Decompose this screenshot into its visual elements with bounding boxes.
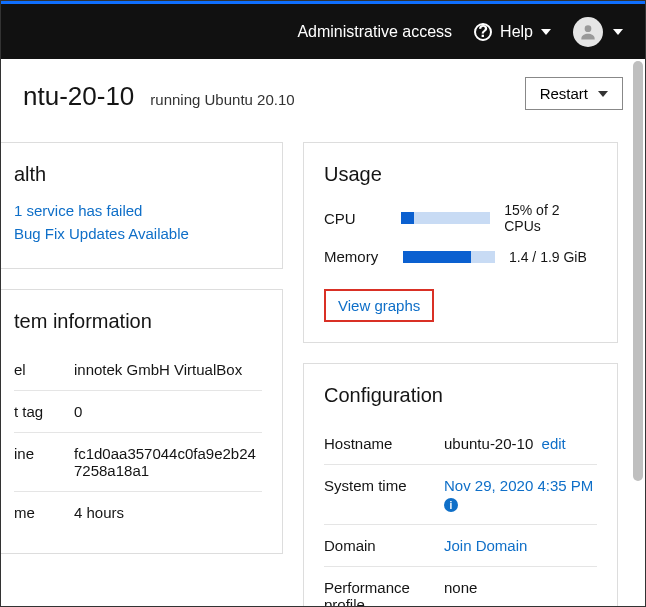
- info-icon[interactable]: i: [444, 498, 458, 512]
- table-row: ine fc1d0aa357044c0fa9e2b247258a18a1: [14, 432, 262, 491]
- view-graphs-link[interactable]: View graphs: [338, 297, 420, 314]
- sysinfo-key: t tag: [14, 403, 64, 420]
- top-header: Administrative access ? Help: [1, 4, 645, 59]
- avatar-icon: [573, 17, 603, 47]
- restart-button[interactable]: Restart: [525, 77, 623, 110]
- sysinfo-val: 4 hours: [74, 504, 124, 521]
- chevron-down-icon: [541, 29, 551, 35]
- config-systime-label: System time: [324, 477, 434, 512]
- usage-mem-row: Memory 1.4 / 1.9 GiB: [324, 248, 597, 265]
- health-updates-link[interactable]: Bug Fix Updates Available: [14, 225, 262, 242]
- help-menu[interactable]: ? Help: [474, 23, 551, 41]
- scrollbar-thumb[interactable]: [633, 61, 643, 481]
- config-hostname-val: ubuntu-20-10 edit: [444, 435, 566, 452]
- config-perf-val: none: [444, 579, 477, 607]
- system-info-card: tem information el innotek GmbH VirtualB…: [0, 289, 283, 554]
- restart-label: Restart: [540, 85, 588, 102]
- usage-card: Usage CPU 15% of 2 CPUs Memory 1.4 / 1.9…: [303, 142, 618, 343]
- config-systime-link[interactable]: Nov 29, 2020 4:35 PM: [444, 477, 593, 494]
- usage-mem-value: 1.4 / 1.9 GiB: [509, 249, 587, 265]
- page-body: ntu-20-10 running Ubuntu 20.10 Restart a…: [1, 59, 645, 607]
- system-info-heading: tem information: [14, 310, 262, 333]
- health-service-failed-link[interactable]: 1 service has failed: [14, 202, 262, 219]
- sysinfo-val: innotek GmbH VirtualBox: [74, 361, 242, 378]
- sysinfo-key: me: [14, 504, 64, 521]
- help-icon: ?: [474, 23, 492, 41]
- help-label: Help: [500, 23, 533, 41]
- config-hostname-label: Hostname: [324, 435, 434, 452]
- usage-mem-bar: [403, 251, 495, 263]
- sysinfo-val: 0: [74, 403, 82, 420]
- health-card: alth 1 service has failed Bug Fix Update…: [0, 142, 283, 269]
- sysinfo-key: el: [14, 361, 64, 378]
- config-domain-label: Domain: [324, 537, 434, 554]
- configuration-card: Configuration Hostname ubuntu-20-10 edit…: [303, 363, 618, 607]
- config-perf-label: Performance profile: [324, 579, 434, 607]
- table-row: Performance profile none: [324, 566, 597, 607]
- page-subtitle: running Ubuntu 20.10: [150, 91, 294, 108]
- usage-cpu-bar: [401, 212, 490, 224]
- admin-access-link[interactable]: Administrative access: [297, 23, 452, 41]
- usage-cpu-value: 15% of 2 CPUs: [504, 202, 597, 234]
- hostname-edit-link[interactable]: edit: [542, 435, 566, 452]
- scrollbar[interactable]: [633, 61, 643, 601]
- config-domain-link[interactable]: Join Domain: [444, 537, 527, 554]
- view-graphs-highlight: View graphs: [324, 289, 434, 322]
- table-row: me 4 hours: [14, 491, 262, 533]
- sysinfo-key: ine: [14, 445, 64, 479]
- chevron-down-icon: [598, 91, 608, 97]
- usage-mem-label: Memory: [324, 248, 389, 265]
- table-row: el innotek GmbH VirtualBox: [14, 349, 262, 390]
- page-title: ntu-20-10: [23, 81, 134, 112]
- table-row: t tag 0: [14, 390, 262, 432]
- table-row: System time Nov 29, 2020 4:35 PM i: [324, 464, 597, 524]
- usage-heading: Usage: [324, 163, 597, 186]
- usage-cpu-row: CPU 15% of 2 CPUs: [324, 202, 597, 234]
- user-menu[interactable]: [573, 17, 623, 47]
- usage-cpu-label: CPU: [324, 210, 387, 227]
- svg-point-0: [585, 25, 592, 32]
- health-heading: alth: [14, 163, 262, 186]
- configuration-heading: Configuration: [324, 384, 597, 407]
- chevron-down-icon: [613, 29, 623, 35]
- table-row: Domain Join Domain: [324, 524, 597, 566]
- sysinfo-val: fc1d0aa357044c0fa9e2b247258a18a1: [74, 445, 262, 479]
- table-row: Hostname ubuntu-20-10 edit: [324, 423, 597, 464]
